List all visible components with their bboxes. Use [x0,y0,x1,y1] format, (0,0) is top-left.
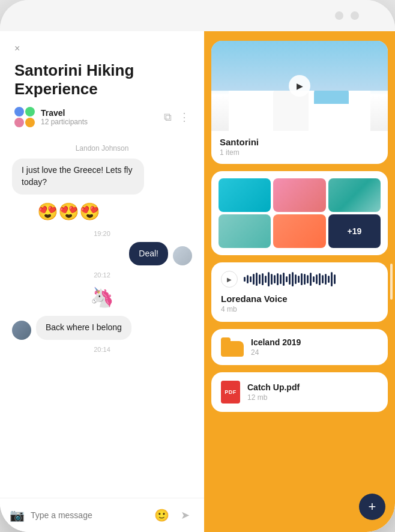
sender-label: Landon Johnson [12,144,192,153]
pdf-card[interactable]: PDF Catch Up.pdf 12 mb [211,372,388,412]
play-overlay[interactable]: ▶ [289,75,310,97]
message-row-deal: Deal! [12,242,192,266]
avatar-mini-4 [25,118,35,127]
santorini-title: Santorini [220,137,379,147]
right-panel-wrapper: ▶ Santorini 1 item +19 [204,31,395,532]
chat-panel: × Santorini Hiking Experience [0,31,204,532]
avatar-mini-1 [14,107,24,116]
folder-count: 24 [251,348,301,357]
camera-icon[interactable]: 📷 [10,508,25,522]
waveform [244,272,378,286]
voice-card[interactable]: ▶ Loredana Voice 4 mb [211,262,388,322]
emoji-icon[interactable]: 🙂 [154,508,169,522]
voice-title: Loredana Voice [221,294,378,304]
timestamp-1920: 19:20 [12,230,192,237]
message-row-greece: I just love the Greece! Lets fly today? [12,159,192,194]
phone-btn-2 [351,11,359,20]
photo-thumb-1 [219,178,271,212]
santorini-image: ▶ [211,41,388,131]
send-button[interactable]: ➤ [175,506,194,525]
chat-title: Santorini Hiking Experience [14,61,190,98]
photo-thumb-4 [219,214,271,248]
photo-grid: +19 [219,178,381,248]
copy-icon[interactable]: ⧉ [164,111,172,124]
scroll-indicator [390,264,393,300]
avatar-mini-3 [14,118,24,127]
chat-category: Travel [41,108,88,118]
folder-name: Iceland 2019 [251,337,301,347]
chat-meta-actions: ⧉ ⋮ [164,110,190,124]
chat-info: Travel 12 participants [41,108,88,126]
messages-area: Landon Johnson I just love the Greece! L… [0,137,204,498]
avatar-mini-2 [25,107,35,116]
chat-header: × Santorini Hiking Experience [0,31,204,137]
photo-thumb-3 [328,178,381,212]
message-input[interactable] [31,510,148,520]
voice-play-button[interactable]: ▶ [221,271,238,288]
santorini-count: 1 item [220,148,379,157]
phone-top-bar [0,0,395,31]
chat-input-bar: 📷 🙂 ➤ [0,498,204,532]
avatar-stack [14,107,35,127]
right-panel-scroll[interactable]: ▶ Santorini 1 item +19 [204,31,395,532]
phone-frame: × Santorini Hiking Experience [0,0,395,532]
close-button[interactable]: × [14,43,190,54]
santorini-card-info: Santorini 1 item [211,131,388,164]
folder-info: Iceland 2019 24 [251,337,301,357]
message-bubble-greece: I just love the Greece! Lets fly today? [12,159,144,194]
voice-player: ▶ [221,271,378,288]
voice-size: 4 mb [221,305,378,313]
more-icon[interactable]: ⋮ [179,110,190,124]
emoji-hearts: 😍😍😍 [12,202,192,222]
phone-btn-1 [335,11,343,20]
pdf-icon: PDF [221,381,240,404]
avatar-left [12,321,31,340]
pdf-name: Catch Up.pdf [247,382,300,392]
avatar-right [173,246,192,265]
fab-add-button[interactable]: + [359,494,385,520]
santorini-card[interactable]: ▶ Santorini 1 item [211,41,388,164]
folder-icon [221,337,244,357]
chat-meta: Travel 12 participants ⧉ ⋮ [14,107,190,127]
timestamp-2014: 20:14 [12,346,192,353]
message-bubble-belong: Back where I belong [36,316,131,340]
phone-content: × Santorini Hiking Experience [0,31,395,532]
photo-count: +19 [328,214,381,248]
pdf-info: Catch Up.pdf 12 mb [247,382,300,402]
unicorn-emoji: 🦄 [12,286,192,309]
message-bubble-deal: Deal! [129,242,168,266]
photo-grid-card[interactable]: +19 [211,171,388,255]
pdf-size: 12 mb [247,393,300,402]
photo-thumb-5 [273,214,325,248]
photo-thumb-2 [273,178,325,212]
chat-meta-left: Travel 12 participants [14,107,88,127]
folder-card[interactable]: Iceland 2019 24 [211,329,388,365]
chat-participants: 12 participants [41,118,88,126]
timestamp-2012: 20:12 [12,271,192,279]
message-row-belong: Back where I belong [12,316,192,340]
